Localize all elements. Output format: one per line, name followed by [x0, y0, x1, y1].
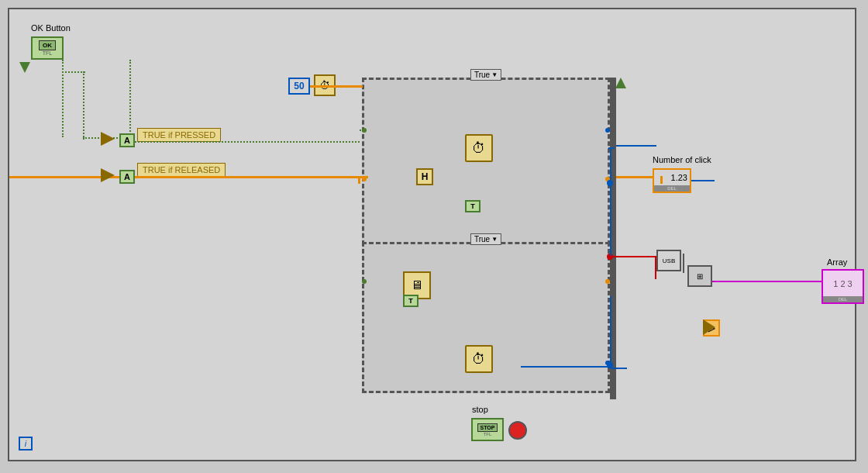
- wire-green-v2: [83, 71, 84, 140]
- ok-button-label: OK Button: [31, 23, 71, 33]
- usb-box: USB: [656, 250, 681, 271]
- buffer-bottom: [703, 319, 715, 335]
- arr-build-box: ⊞: [687, 265, 712, 287]
- wire-green-case-top-in: [360, 129, 366, 131]
- ok-button-inner-text: OK: [39, 40, 56, 50]
- wire-blue-v-right: [610, 147, 611, 256]
- array-display: 1 2 3 DEL: [822, 269, 864, 304]
- wire-orange-v-num: [660, 176, 663, 184]
- wire-arr-connect: [683, 254, 684, 273]
- case-selector-bottom: True ▼: [470, 233, 501, 245]
- buffer-released: [101, 168, 115, 182]
- case-struct-top: True ▼ ⏱ T: [362, 78, 610, 252]
- ok-button-tfl: TFL: [43, 50, 52, 56]
- stop-button-inner: STOP: [477, 423, 498, 432]
- wire-50-to-wait: [310, 85, 363, 88]
- stop-label: stop: [472, 405, 488, 414]
- ok-button-component[interactable]: OK TFL: [31, 36, 64, 60]
- h-box: H: [416, 168, 433, 185]
- wire-blue-h-bot-right: [611, 368, 627, 369]
- wire-blue-v-bot: [610, 296, 611, 368]
- label-true-pressed: TRUE if PRESSED: [137, 128, 221, 142]
- a-box-released: A: [119, 170, 135, 184]
- arrow-down-green-left: [19, 62, 30, 73]
- num-50-box: 50: [288, 78, 310, 95]
- label-true-released: TRUE if RELEASED: [137, 163, 226, 177]
- buffer-pressed: [101, 132, 115, 146]
- wire-blue-h-case-out: [608, 147, 615, 149]
- stop-circle: [508, 421, 527, 440]
- main-canvas: OK Button OK TFL 50 ⏱ TRUE if PRESSED TR…: [8, 8, 856, 461]
- num-click-label: Number of click: [653, 155, 711, 164]
- stop-button-tfl: TFL: [484, 432, 492, 437]
- wire-red-v1: [655, 256, 656, 279]
- wire-green-h2: [62, 71, 85, 73]
- wire-pink-h1: [712, 281, 825, 282]
- wire-orange-v-case-in: [358, 176, 360, 184]
- arrow-up-green-top: [615, 78, 626, 88]
- case-selector-top: True ▼: [470, 69, 501, 81]
- wire-green-v-ok: [62, 60, 64, 137]
- wire-orange-case-in: [362, 176, 368, 178]
- t-box-top: T: [465, 200, 480, 212]
- i-box: i: [19, 437, 33, 451]
- num-display: 1.23 DEL: [653, 168, 691, 193]
- wire-green-v1: [129, 60, 131, 137]
- timer-top-case: ⏱: [465, 134, 493, 162]
- wire-blue-bot-h: [521, 366, 610, 368]
- terminal-bot-in1: [362, 279, 367, 284]
- array-label: Array: [827, 257, 847, 267]
- wire-blue-h1: [610, 145, 656, 147]
- wire-red-h1: [610, 256, 656, 257]
- case-struct-bottom: True ▼ 🖥 T ⏱: [362, 242, 610, 393]
- a-box-pressed: A: [119, 133, 135, 147]
- timer-bottom-case: ⏱: [465, 345, 493, 373]
- t-box-bottom: T: [403, 295, 418, 307]
- stop-button[interactable]: STOP TFL: [471, 418, 504, 441]
- wire-released-case: [135, 176, 356, 178]
- wire-pressed-to-case: [135, 141, 360, 143]
